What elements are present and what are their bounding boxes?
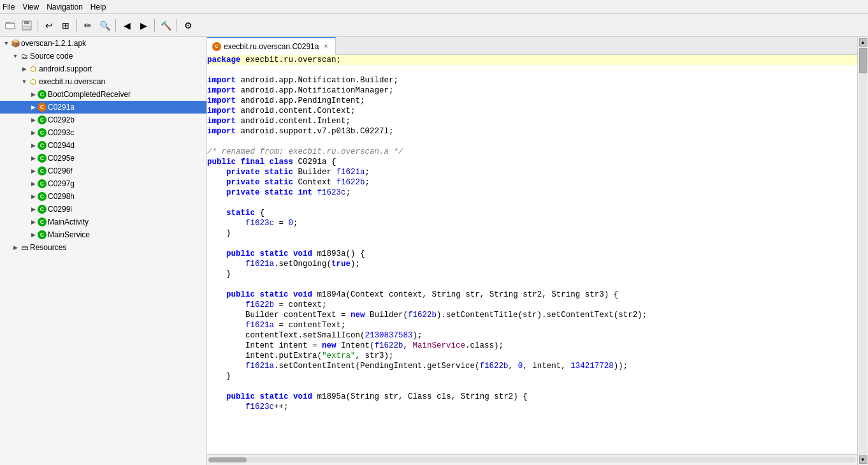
find-button[interactable]: 🔍 bbox=[97, 18, 112, 33]
class-icon-c0292b: C bbox=[38, 115, 47, 124]
tree-node-execbit[interactable]: ▼ ⬡ execbit.ru.overscan bbox=[0, 75, 206, 88]
tree-node-root[interactable]: ▼ 📦 overscan-1.2.1.apk bbox=[0, 37, 206, 50]
tab-label: execbit.ru.overscan.C0291a bbox=[224, 42, 319, 51]
tree-node-android-support[interactable]: ▶ ⬡ android.support bbox=[0, 63, 206, 75]
nav-back-button[interactable]: ◀ bbox=[119, 18, 134, 33]
separator-5 bbox=[177, 19, 177, 32]
expand-arrow-c0298h: ▶ bbox=[29, 193, 37, 200]
file-tree: ▼ 📦 overscan-1.2.1.apk ▼ 🗂 Source code ▶… bbox=[0, 37, 207, 465]
open-file-button[interactable] bbox=[3, 18, 18, 33]
tree-node-source[interactable]: ▼ 🗂 Source code bbox=[0, 50, 206, 63]
code-line-import1: import android.app.Notification.Builder; bbox=[207, 75, 857, 85]
tree-label-mainactivity: MainActivity bbox=[48, 218, 89, 226]
code-line-blank4 bbox=[207, 239, 857, 249]
code-line-field2: private static Context f1622b; bbox=[207, 177, 857, 188]
tree-node-c0298h[interactable]: ▶ C C0298h bbox=[0, 190, 206, 203]
menu-view[interactable]: View bbox=[22, 3, 39, 11]
expand-arrow-source: ▼ bbox=[11, 53, 19, 59]
tree-node-c0295e[interactable]: ▶ C C0295e bbox=[0, 152, 206, 165]
code-line-method1-close: } bbox=[207, 269, 857, 279]
code-line-blank5 bbox=[207, 279, 857, 290]
settings-button[interactable]: ⚙ bbox=[180, 18, 196, 33]
expand-arrow-c0299i: ▶ bbox=[29, 206, 37, 212]
tab-bar: C execbit.ru.overscan.C0291a × bbox=[207, 37, 857, 55]
code-line-method2-decl: public static void m1894a(Context contex… bbox=[207, 290, 857, 300]
tree-node-resources[interactable]: ▶ 🗃 Resources bbox=[0, 241, 206, 254]
tree-label-c0294d: C0294d bbox=[48, 141, 75, 150]
class-icon-c0294d: C bbox=[38, 141, 47, 150]
code-line-import5: import android.content.Intent; bbox=[207, 116, 857, 126]
tree-node-c0293c[interactable]: ▶ C C0293c bbox=[0, 126, 206, 139]
menu-file[interactable]: File bbox=[3, 3, 15, 11]
save-button[interactable] bbox=[19, 18, 34, 33]
tree-label-boot: BootCompletedReceiver bbox=[48, 90, 131, 99]
code-editor: C execbit.ru.overscan.C0291a × package e… bbox=[207, 37, 857, 465]
code-line-package: package execbit.ru.overscan; bbox=[207, 55, 857, 65]
code-line-blank1 bbox=[207, 65, 857, 75]
tree-label-c0296f: C0296f bbox=[48, 166, 73, 175]
code-line-method3-decl: public static void m1895a(String str, Cl… bbox=[207, 392, 857, 402]
tab-close-button[interactable]: × bbox=[321, 42, 330, 51]
tree-label-c0298h: C0298h bbox=[48, 192, 75, 201]
tree-node-c0296f[interactable]: ▶ C C0296f bbox=[0, 165, 206, 177]
code-line-import2: import android.app.NotificationManager; bbox=[207, 85, 857, 96]
code-line-import4: import android.content.Context; bbox=[207, 106, 857, 116]
expand-arrow-c0292b: ▶ bbox=[29, 117, 37, 123]
tree-label-execbit: execbit.ru.overscan bbox=[39, 77, 105, 86]
expand-arrow-c0297g: ▶ bbox=[29, 181, 37, 187]
code-line-method1-decl: public static void m1893a() { bbox=[207, 249, 857, 259]
code-line-class-decl: public final class C0291a { bbox=[207, 157, 857, 167]
code-line-field1: private static Builder f1621a; bbox=[207, 167, 857, 177]
svg-rect-5 bbox=[24, 26, 30, 29]
menu-navigation[interactable]: Navigation bbox=[47, 3, 83, 11]
apk-icon: 📦 bbox=[11, 39, 20, 48]
toolbar: ↩ ⊞ ✏ 🔍 ◀ ▶ 🔨 ⚙ bbox=[0, 14, 868, 37]
tree-label-c0299i: C0299i bbox=[48, 205, 72, 214]
tree-node-mainservice[interactable]: ▶ C MainService bbox=[0, 228, 206, 241]
code-line-method2-close: } bbox=[207, 371, 857, 381]
code-line-comment: /* renamed from: execbit.ru.overscan.a *… bbox=[207, 147, 857, 157]
expand-arrow-mainactivity: ▶ bbox=[29, 219, 37, 225]
menu-help[interactable]: Help bbox=[90, 3, 106, 11]
expand-arrow-c0294d: ▶ bbox=[29, 142, 37, 149]
edit-button[interactable]: ✏ bbox=[80, 18, 96, 33]
vertical-scrollbar[interactable]: ▲ ▼ bbox=[857, 37, 868, 465]
separator-2 bbox=[76, 19, 77, 32]
tree-node-mainactivity[interactable]: ▶ C MainActivity bbox=[0, 216, 206, 228]
build-button[interactable]: 🔨 bbox=[158, 18, 173, 33]
code-line-import6: import android.support.v7.p013b.C0227l; bbox=[207, 126, 857, 137]
tab-class-icon: C bbox=[212, 42, 221, 51]
code-line-method2-body5: Intent intent = new Intent(f1622b, MainS… bbox=[207, 341, 857, 351]
group-button[interactable]: ⊞ bbox=[58, 18, 73, 33]
tree-node-c0291a[interactable]: ▶ C C0291a bbox=[0, 101, 206, 114]
class-icon-c0296f: C bbox=[38, 166, 47, 175]
undo-button[interactable]: ↩ bbox=[41, 18, 57, 33]
tree-node-c0297g[interactable]: ▶ C C0297g bbox=[0, 177, 206, 190]
tab-c0291a[interactable]: C execbit.ru.overscan.C0291a × bbox=[207, 37, 336, 55]
expand-arrow-boot: ▶ bbox=[29, 91, 37, 98]
code-line-method2-body3: f1621a = contentText; bbox=[207, 320, 857, 330]
code-line-field3: private static int f1623c; bbox=[207, 188, 857, 198]
pkg-icon-android: ⬡ bbox=[29, 64, 38, 73]
code-line-method3-body1: f1623c++; bbox=[207, 402, 857, 412]
code-line-import3: import android.app.PendingIntent; bbox=[207, 96, 857, 106]
separator-3 bbox=[115, 19, 116, 32]
code-content[interactable]: package execbit.ru.overscan; import andr… bbox=[207, 55, 857, 454]
tree-label-c0291a: C0291a bbox=[48, 103, 75, 112]
expand-arrow-mainservice: ▶ bbox=[29, 232, 37, 238]
tree-node-boot[interactable]: ▶ C BootCompletedReceiver bbox=[0, 88, 206, 101]
menubar: File View Navigation Help bbox=[0, 0, 868, 14]
code-line-static-body: f1623c = 0; bbox=[207, 218, 857, 228]
tree-node-c0292b[interactable]: ▶ C C0292b bbox=[0, 114, 206, 126]
horizontal-scrollbar[interactable] bbox=[207, 454, 857, 465]
svg-rect-4 bbox=[24, 21, 29, 24]
main-content: ▼ 📦 overscan-1.2.1.apk ▼ 🗂 Source code ▶… bbox=[0, 37, 868, 465]
source-icon: 🗂 bbox=[20, 52, 29, 61]
tree-node-c0294d[interactable]: ▶ C C0294d bbox=[0, 139, 206, 152]
tree-label-c0297g: C0297g bbox=[48, 179, 75, 188]
nav-forward-button[interactable]: ▶ bbox=[136, 18, 151, 33]
svg-rect-2 bbox=[6, 24, 15, 29]
tree-node-c0299i[interactable]: ▶ C C0299i bbox=[0, 203, 206, 216]
class-icon-mainactivity: C bbox=[38, 218, 47, 226]
separator-1 bbox=[38, 19, 38, 32]
